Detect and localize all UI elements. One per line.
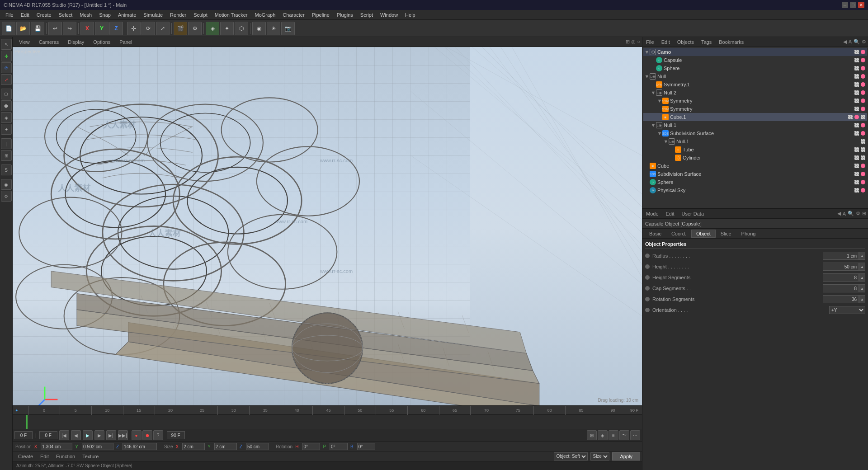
rotate-tool[interactable]: ⟳ xyxy=(142,22,155,35)
obj-menu-file[interactable]: File xyxy=(644,39,656,45)
menu-motion-tracker[interactable]: Motion Tracker xyxy=(211,10,251,20)
coord-x-size[interactable] xyxy=(182,443,205,450)
obj-dot-sphere2[interactable] xyxy=(861,180,865,184)
start-frame-input[interactable] xyxy=(39,431,57,439)
minimize-button[interactable]: ─ xyxy=(842,2,848,8)
obj-vis-camo[interactable] xyxy=(854,50,859,54)
side-tool-10[interactable]: ⊞ xyxy=(1,150,12,161)
height-spin-up[interactable]: ▲ xyxy=(859,263,865,271)
coord-z-pos[interactable] xyxy=(123,443,157,450)
record-btn[interactable]: ● xyxy=(132,430,142,440)
expand-sym-a[interactable]: ▼ xyxy=(657,98,662,103)
side-tool-11[interactable]: S xyxy=(1,164,12,175)
obj-dot-sym1[interactable] xyxy=(861,82,865,87)
camera-btn[interactable]: 📷 xyxy=(281,22,295,35)
tab-basic[interactable]: Basic xyxy=(644,230,666,238)
menu-edit[interactable]: Edit xyxy=(17,10,33,20)
expand-null1[interactable]: ▼ xyxy=(651,122,656,128)
obj-menu-objects[interactable]: Objects xyxy=(675,39,696,45)
menu-sculpt[interactable]: Sculpt xyxy=(190,10,211,20)
bottom-create-btn[interactable]: Create xyxy=(14,453,37,460)
select-tool-sidebar[interactable]: ↖ xyxy=(1,39,12,50)
obj-row-camo[interactable]: ▼ ⬡ Camo xyxy=(643,48,867,56)
prev-frame-btn[interactable]: ◀ xyxy=(71,430,81,440)
next-key-btn[interactable]: ▶| xyxy=(106,430,116,440)
obj-vis-sky[interactable] xyxy=(854,188,859,193)
side-tool-8[interactable]: ✦ xyxy=(1,124,12,135)
cameras-menu[interactable]: Cameras xyxy=(34,38,64,46)
model-mode-btn[interactable]: ◈ xyxy=(206,22,219,35)
undo-btn[interactable]: ↩ xyxy=(48,22,62,35)
side-tool-6[interactable]: ⬢ xyxy=(1,100,12,111)
obj-vis-sym1[interactable] xyxy=(854,82,859,87)
obj-dot-sphere-1[interactable] xyxy=(861,66,865,70)
coord-z-size[interactable] xyxy=(246,443,269,450)
obj-row-null[interactable]: ▼ L◉ Null xyxy=(643,72,867,80)
obj-row-subdiv1[interactable]: ▼ SDS Subdivision Surface xyxy=(643,129,867,137)
menu-pipeline[interactable]: Pipeline xyxy=(308,10,333,20)
expand-null[interactable]: ▼ xyxy=(644,74,650,79)
obj-vis-sphere-1[interactable] xyxy=(854,66,859,70)
tab-object[interactable]: Object xyxy=(691,230,716,238)
panel-menu[interactable]: Panel xyxy=(115,38,137,46)
expand-subdiv1[interactable]: ▼ xyxy=(657,131,662,136)
obj-dot-null2[interactable] xyxy=(861,90,865,95)
material-btn[interactable]: ◉ xyxy=(252,22,266,35)
edit-mode-btn[interactable]: ✦ xyxy=(220,22,234,35)
render-settings-btn[interactable]: ⚙ xyxy=(188,22,202,35)
menu-mograph[interactable]: MoGraph xyxy=(251,10,279,20)
texture-mode-btn[interactable]: ⬡ xyxy=(235,22,248,35)
obj-row-cylinder[interactable]: ⬡ Cylinder xyxy=(643,154,867,162)
height-input[interactable] xyxy=(823,263,859,271)
cap-segs-input[interactable] xyxy=(823,284,859,292)
obj-dot-sym-a[interactable] xyxy=(861,99,865,103)
obj-row-symmetry-a[interactable]: ▼ SYM Symmetry xyxy=(643,97,867,105)
obj-dot-sd1[interactable] xyxy=(861,131,865,136)
side-tool-13[interactable]: ⚙ xyxy=(1,191,12,202)
move-tool[interactable]: ✛ xyxy=(127,22,141,35)
obj-row-tube[interactable]: ○ Tube xyxy=(643,146,867,154)
obj-row-null1b[interactable]: ▼ L◉ Null.1 xyxy=(643,137,867,146)
obj-row-capsule[interactable]: ○ Capsule xyxy=(643,56,867,64)
maximize-button[interactable]: □ xyxy=(850,2,856,8)
mode-grid-btn[interactable]: ⊞ xyxy=(587,430,597,440)
menu-script[interactable]: Script xyxy=(357,10,377,20)
timeline-content[interactable] xyxy=(13,415,642,429)
side-tool-12[interactable]: ◉ xyxy=(1,179,12,190)
obj-vis-null1b[interactable] xyxy=(861,139,865,144)
options-menu[interactable]: Options xyxy=(89,38,115,46)
csegs-spin-up[interactable]: ▲ xyxy=(859,284,865,292)
mode-icon-btn[interactable]: ◈ xyxy=(598,430,608,440)
obj-dot-null[interactable] xyxy=(861,74,865,79)
obj-dot-camo[interactable] xyxy=(861,50,865,54)
expand-camo[interactable]: ▼ xyxy=(644,49,650,55)
obj-mat-cyl[interactable] xyxy=(861,155,865,160)
rotate-tool-sidebar[interactable]: ⟳ xyxy=(1,62,12,73)
last-frame-btn[interactable]: ▶▶| xyxy=(118,430,128,440)
obj-vis-capsule[interactable] xyxy=(854,58,859,62)
props-menu-edit[interactable]: Edit xyxy=(664,211,676,216)
obj-row-cube1[interactable]: ■ Cube.1 xyxy=(643,113,867,121)
menu-create[interactable]: Create xyxy=(33,10,55,20)
obj-dot-sym-b[interactable] xyxy=(861,107,865,111)
size-mode-select[interactable]: Size xyxy=(590,452,609,461)
obj-vis-null[interactable] xyxy=(854,74,859,79)
apply-button[interactable]: Apply xyxy=(612,452,640,461)
bottom-function-btn[interactable]: Function xyxy=(52,453,79,460)
view-menu[interactable]: View xyxy=(14,38,34,46)
menu-window[interactable]: Window xyxy=(377,10,401,20)
new-btn[interactable]: 📄 xyxy=(2,22,15,35)
height-segs-input[interactable] xyxy=(823,273,859,282)
obj-menu-edit[interactable]: Edit xyxy=(660,39,672,45)
obj-row-sky[interactable]: ☀ Physical Sky xyxy=(643,186,867,194)
scale-tool[interactable]: ⤢ xyxy=(156,22,170,35)
coord-y-pos[interactable] xyxy=(82,443,113,450)
obj-row-symmetry-b[interactable]: SYM Symmetry xyxy=(643,105,867,113)
auto-key-btn[interactable]: ⏺ xyxy=(142,430,152,440)
obj-row-null1[interactable]: ▼ L◉ Null.1 xyxy=(643,121,867,129)
obj-row-cube[interactable]: ■ Cube xyxy=(643,162,867,170)
menu-character[interactable]: Character xyxy=(279,10,308,20)
menu-select[interactable]: Select xyxy=(55,10,76,20)
menu-animate[interactable]: Animate xyxy=(114,10,140,20)
timeline-option-btn[interactable]: ⋯ xyxy=(630,430,640,440)
